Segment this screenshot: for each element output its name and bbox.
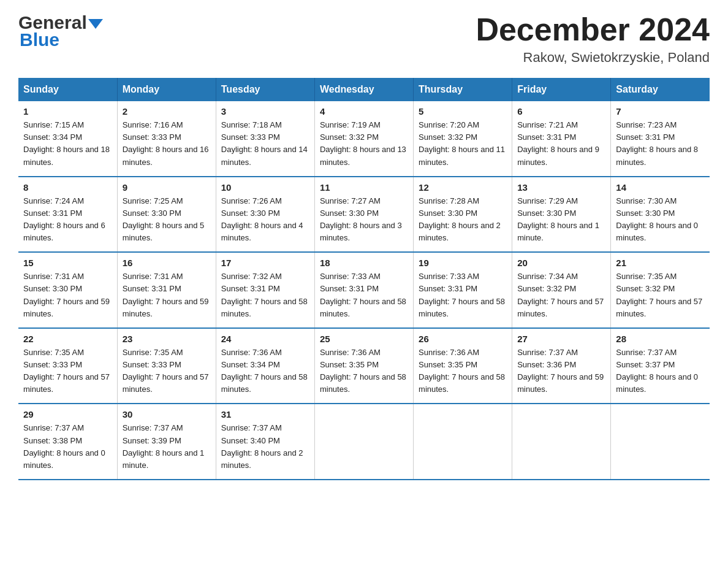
day-info: Sunrise: 7:23 AMSunset: 3:31 PMDaylight:… bbox=[616, 119, 705, 169]
table-row: 13Sunrise: 7:29 AMSunset: 3:30 PMDayligh… bbox=[512, 177, 611, 253]
day-number: 14 bbox=[616, 182, 705, 193]
day-info: Sunrise: 7:37 AMSunset: 3:36 PMDaylight:… bbox=[517, 347, 605, 396]
day-number: 1 bbox=[23, 106, 112, 117]
day-number: 20 bbox=[517, 258, 605, 268]
day-number: 3 bbox=[221, 106, 309, 117]
day-info: Sunrise: 7:21 AMSunset: 3:31 PMDaylight:… bbox=[517, 119, 605, 169]
day-number: 27 bbox=[517, 334, 605, 344]
table-row: 10Sunrise: 7:26 AMSunset: 3:30 PMDayligh… bbox=[216, 177, 314, 253]
day-number: 15 bbox=[23, 258, 112, 268]
table-row: 26Sunrise: 7:36 AMSunset: 3:35 PMDayligh… bbox=[414, 328, 512, 404]
day-info: Sunrise: 7:16 AMSunset: 3:33 PMDaylight:… bbox=[123, 119, 211, 169]
day-info: Sunrise: 7:33 AMSunset: 3:31 PMDaylight:… bbox=[320, 270, 408, 320]
day-number: 29 bbox=[23, 409, 112, 419]
day-number: 6 bbox=[517, 106, 605, 117]
day-number: 22 bbox=[23, 334, 112, 344]
day-info: Sunrise: 7:15 AMSunset: 3:34 PMDaylight:… bbox=[23, 119, 112, 169]
table-row: 14Sunrise: 7:30 AMSunset: 3:30 PMDayligh… bbox=[611, 177, 710, 253]
location-text: Rakow, Swietokrzyskie, Poland bbox=[476, 50, 710, 66]
table-row: 15Sunrise: 7:31 AMSunset: 3:30 PMDayligh… bbox=[18, 252, 117, 328]
day-number: 16 bbox=[123, 258, 211, 268]
day-number: 25 bbox=[320, 334, 408, 344]
col-thursday: Thursday bbox=[414, 78, 512, 101]
table-row: 31Sunrise: 7:37 AMSunset: 3:40 PMDayligh… bbox=[216, 404, 314, 480]
table-row: 2Sunrise: 7:16 AMSunset: 3:33 PMDaylight… bbox=[117, 101, 216, 177]
day-number: 31 bbox=[221, 409, 309, 419]
day-number: 24 bbox=[221, 334, 309, 344]
day-info: Sunrise: 7:18 AMSunset: 3:33 PMDaylight:… bbox=[221, 119, 309, 169]
col-monday: Monday bbox=[117, 78, 216, 101]
table-row: 4Sunrise: 7:19 AMSunset: 3:32 PMDaylight… bbox=[314, 101, 413, 177]
day-info: Sunrise: 7:25 AMSunset: 3:30 PMDaylight:… bbox=[123, 195, 211, 245]
day-info: Sunrise: 7:32 AMSunset: 3:31 PMDaylight:… bbox=[221, 270, 309, 320]
table-row bbox=[611, 404, 710, 480]
col-sunday: Sunday bbox=[18, 78, 117, 101]
calendar-table: Sunday Monday Tuesday Wednesday Thursday… bbox=[18, 78, 710, 480]
table-row: 21Sunrise: 7:35 AMSunset: 3:32 PMDayligh… bbox=[611, 252, 710, 328]
day-info: Sunrise: 7:37 AMSunset: 3:40 PMDaylight:… bbox=[221, 422, 309, 472]
month-year-title: December 2024 bbox=[476, 12, 710, 47]
table-row bbox=[414, 404, 512, 480]
logo-arrow-icon bbox=[88, 19, 103, 29]
day-number: 28 bbox=[616, 334, 705, 344]
table-row: 22Sunrise: 7:35 AMSunset: 3:33 PMDayligh… bbox=[18, 328, 117, 404]
day-number: 7 bbox=[616, 106, 705, 117]
table-row: 9Sunrise: 7:25 AMSunset: 3:30 PMDaylight… bbox=[117, 177, 216, 253]
header: General Blue December 2024 Rakow, Swieto… bbox=[18, 12, 710, 66]
day-number: 10 bbox=[221, 182, 309, 193]
day-number: 18 bbox=[320, 258, 408, 268]
day-info: Sunrise: 7:19 AMSunset: 3:32 PMDaylight:… bbox=[320, 119, 408, 169]
day-number: 23 bbox=[123, 334, 211, 344]
day-info: Sunrise: 7:28 AMSunset: 3:30 PMDaylight:… bbox=[419, 195, 507, 245]
day-number: 17 bbox=[221, 258, 309, 268]
table-row: 23Sunrise: 7:35 AMSunset: 3:33 PMDayligh… bbox=[117, 328, 216, 404]
day-info: Sunrise: 7:35 AMSunset: 3:32 PMDaylight:… bbox=[616, 270, 705, 320]
table-row: 16Sunrise: 7:31 AMSunset: 3:31 PMDayligh… bbox=[117, 252, 216, 328]
day-info: Sunrise: 7:30 AMSunset: 3:30 PMDaylight:… bbox=[616, 195, 705, 245]
day-number: 26 bbox=[419, 334, 507, 344]
day-info: Sunrise: 7:31 AMSunset: 3:31 PMDaylight:… bbox=[123, 270, 211, 320]
title-area: December 2024 Rakow, Swietokrzyskie, Pol… bbox=[476, 12, 710, 66]
day-info: Sunrise: 7:29 AMSunset: 3:30 PMDaylight:… bbox=[517, 195, 605, 245]
table-row: 18Sunrise: 7:33 AMSunset: 3:31 PMDayligh… bbox=[314, 252, 413, 328]
table-row: 12Sunrise: 7:28 AMSunset: 3:30 PMDayligh… bbox=[414, 177, 512, 253]
day-info: Sunrise: 7:36 AMSunset: 3:34 PMDaylight:… bbox=[221, 347, 309, 396]
day-info: Sunrise: 7:26 AMSunset: 3:30 PMDaylight:… bbox=[221, 195, 309, 245]
logo-blue-text: Blue bbox=[18, 29, 103, 50]
day-info: Sunrise: 7:31 AMSunset: 3:30 PMDaylight:… bbox=[23, 270, 112, 320]
day-info: Sunrise: 7:35 AMSunset: 3:33 PMDaylight:… bbox=[123, 347, 211, 396]
day-info: Sunrise: 7:33 AMSunset: 3:31 PMDaylight:… bbox=[419, 270, 507, 320]
table-row bbox=[512, 404, 611, 480]
day-info: Sunrise: 7:34 AMSunset: 3:32 PMDaylight:… bbox=[517, 270, 605, 320]
calendar-header-row: Sunday Monday Tuesday Wednesday Thursday… bbox=[18, 78, 710, 101]
day-info: Sunrise: 7:20 AMSunset: 3:32 PMDaylight:… bbox=[419, 119, 507, 169]
table-row: 6Sunrise: 7:21 AMSunset: 3:31 PMDaylight… bbox=[512, 101, 611, 177]
calendar-week-row: 15Sunrise: 7:31 AMSunset: 3:30 PMDayligh… bbox=[18, 252, 710, 328]
table-row: 27Sunrise: 7:37 AMSunset: 3:36 PMDayligh… bbox=[512, 328, 611, 404]
table-row: 24Sunrise: 7:36 AMSunset: 3:34 PMDayligh… bbox=[216, 328, 314, 404]
calendar-week-row: 8Sunrise: 7:24 AMSunset: 3:31 PMDaylight… bbox=[18, 177, 710, 253]
day-info: Sunrise: 7:37 AMSunset: 3:38 PMDaylight:… bbox=[23, 422, 112, 472]
table-row: 11Sunrise: 7:27 AMSunset: 3:30 PMDayligh… bbox=[314, 177, 413, 253]
day-number: 9 bbox=[123, 182, 211, 193]
day-number: 2 bbox=[123, 106, 211, 117]
table-row: 5Sunrise: 7:20 AMSunset: 3:32 PMDaylight… bbox=[414, 101, 512, 177]
day-number: 13 bbox=[517, 182, 605, 193]
table-row: 19Sunrise: 7:33 AMSunset: 3:31 PMDayligh… bbox=[414, 252, 512, 328]
day-number: 8 bbox=[23, 182, 112, 193]
table-row: 17Sunrise: 7:32 AMSunset: 3:31 PMDayligh… bbox=[216, 252, 314, 328]
col-saturday: Saturday bbox=[611, 78, 710, 101]
calendar-week-row: 22Sunrise: 7:35 AMSunset: 3:33 PMDayligh… bbox=[18, 328, 710, 404]
table-row: 1Sunrise: 7:15 AMSunset: 3:34 PMDaylight… bbox=[18, 101, 117, 177]
day-number: 4 bbox=[320, 106, 408, 117]
day-info: Sunrise: 7:35 AMSunset: 3:33 PMDaylight:… bbox=[23, 347, 112, 396]
day-number: 12 bbox=[419, 182, 507, 193]
table-row: 3Sunrise: 7:18 AMSunset: 3:33 PMDaylight… bbox=[216, 101, 314, 177]
col-tuesday: Tuesday bbox=[216, 78, 314, 101]
col-wednesday: Wednesday bbox=[314, 78, 413, 101]
day-number: 5 bbox=[419, 106, 507, 117]
calendar-week-row: 1Sunrise: 7:15 AMSunset: 3:34 PMDaylight… bbox=[18, 101, 710, 177]
logo: General Blue bbox=[18, 12, 103, 50]
table-row: 20Sunrise: 7:34 AMSunset: 3:32 PMDayligh… bbox=[512, 252, 611, 328]
day-info: Sunrise: 7:24 AMSunset: 3:31 PMDaylight:… bbox=[23, 195, 112, 245]
